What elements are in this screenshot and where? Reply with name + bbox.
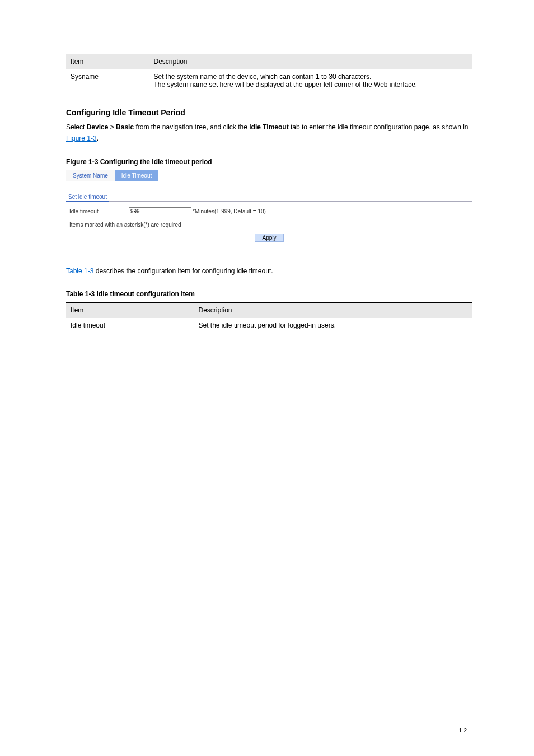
- figure-link[interactable]: Figure 1-3: [66, 134, 97, 142]
- navigation-instruction: Select Device > Basic from the navigatio…: [66, 122, 472, 144]
- table-link[interactable]: Table 1-3: [66, 267, 93, 275]
- table-header-description: Description: [194, 303, 472, 318]
- required-note: Items marked with an asterisk(*) are req…: [66, 220, 472, 232]
- cell-description: Set the idle timeout period for logged-i…: [194, 318, 472, 333]
- cell-description: Set the system name of the device, which…: [149, 69, 472, 92]
- text: Select: [66, 123, 87, 131]
- text: from the navigation tree, and click the: [134, 123, 249, 131]
- table-system-name-desc: Item Description Sysname Set the system …: [66, 54, 472, 92]
- table-header-item: Item: [66, 54, 149, 69]
- tab-system-name[interactable]: System Name: [66, 170, 115, 181]
- text: >: [108, 123, 116, 131]
- form-row-idle-timeout: Idle timeout *Minutes(1-999, Default = 1…: [66, 202, 472, 220]
- text: describes the configuration item for con…: [93, 267, 273, 275]
- tab-bar: System Name Idle Timeout: [66, 170, 472, 181]
- nav-basic: Basic: [116, 123, 134, 131]
- figure-idle-timeout-ui: System Name Idle Timeout Set idle timeou…: [66, 170, 472, 246]
- tab-idle-timeout[interactable]: Idle Timeout: [115, 170, 158, 181]
- text: .: [97, 134, 99, 142]
- figure-caption-label: Figure 1-3 Configuring the idle timeout …: [66, 158, 212, 166]
- apply-button[interactable]: Apply: [255, 234, 283, 242]
- table-row: Idle timeout Set the idle timeout period…: [66, 318, 472, 333]
- table-caption: Table 1-3 Idle timeout configuration ite…: [66, 290, 472, 298]
- table-reference-sentence: Table 1-3 describes the configuration it…: [66, 265, 472, 277]
- table-idle-timeout-desc: Item Description Idle timeout Set the id…: [66, 302, 472, 333]
- table-caption-label: Table 1-3 Idle timeout configuration ite…: [66, 290, 195, 298]
- idle-timeout-label: Idle timeout: [69, 208, 129, 214]
- section-heading-idle-timeout: Configuring Idle Timeout Period: [66, 108, 472, 117]
- idle-timeout-hint: *Minutes(1-999, Default = 10): [193, 208, 266, 214]
- cell-item: Sysname: [66, 69, 149, 92]
- page-number: 1-2: [459, 727, 467, 734]
- cell-item: Idle timeout: [66, 318, 194, 333]
- nav-device: Device: [87, 123, 109, 131]
- table-row: Sysname Set the system name of the devic…: [66, 69, 472, 92]
- idle-timeout-input[interactable]: [129, 207, 191, 216]
- figure-caption: Figure 1-3 Configuring the idle timeout …: [66, 158, 472, 166]
- nav-tab-name: Idle Timeout: [249, 123, 288, 131]
- text: tab to enter the idle timeout configurat…: [289, 123, 469, 131]
- table-header-item: Item: [66, 303, 194, 318]
- panel-subheader: Set idle timeout: [66, 192, 109, 202]
- table-header-description: Description: [149, 54, 472, 69]
